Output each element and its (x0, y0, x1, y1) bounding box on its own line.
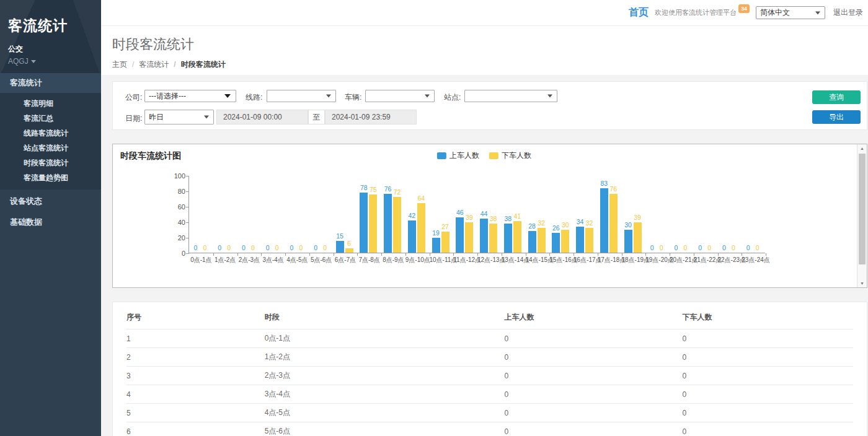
chart-category-group: 00 (237, 175, 262, 253)
chart-category-group: 3039 (622, 175, 646, 253)
chart-category-group: 1927 (430, 175, 454, 253)
sidebar-logo-area: 客流统计 公交 AQGJ (0, 0, 101, 73)
search-button[interactable]: 查询 (812, 90, 861, 104)
table-row: 21点-2点00 (126, 348, 853, 367)
bar-alighting-value-label: 76 (605, 185, 621, 193)
date-to-input[interactable]: 2024-01-09 23:59 (325, 110, 417, 124)
table-cell: 0 (504, 348, 682, 367)
account-dropdown[interactable]: AQGJ (8, 57, 101, 66)
y-axis-label: 80 (164, 188, 185, 195)
scrollbar-down-icon[interactable]: ▼ (857, 281, 867, 286)
bar-alighting-value-label: 0 (269, 244, 285, 251)
chart-category-group: 00 (285, 175, 309, 253)
x-axis-label: 1点-2点 (213, 256, 237, 264)
x-axis-label: 15点-16点 (549, 256, 574, 264)
line-select[interactable] (267, 90, 336, 102)
table-cell: 0 (683, 404, 853, 422)
x-axis-label: 8点-9点 (381, 256, 405, 264)
bar-alighting-value-label: 0 (293, 244, 309, 251)
table-cell: 0 (683, 422, 853, 436)
caret-down-icon (224, 94, 231, 98)
table-cell: 0 (683, 367, 853, 385)
language-select[interactable]: 简体中文 (756, 6, 825, 19)
bar-alighting (393, 197, 401, 253)
chart-plot: 020406080100000点-1点001点-2点002点-3点003点-4点… (188, 176, 765, 253)
company-select[interactable]: ---请选择--- (144, 90, 236, 102)
app-title: 客流统计 (8, 16, 101, 35)
y-axis-tick (186, 253, 189, 254)
bar-alighting (369, 194, 377, 253)
bar-alighting-value-label: 32 (582, 219, 598, 227)
bar-alighting (513, 221, 521, 253)
notification-badge: 34 (738, 4, 750, 13)
station-label: 站点: (444, 92, 461, 103)
bar-boarding (600, 188, 608, 253)
breadcrumb-section[interactable]: 客流统计 (127, 60, 169, 69)
bar-alighting-value-label: 0 (653, 244, 670, 251)
x-axis-label: 11点-12点 (453, 256, 477, 264)
bar-alighting (489, 224, 497, 253)
bar-boarding (504, 224, 512, 253)
bar-boarding (480, 219, 488, 253)
x-axis-label: 22点-23点 (718, 256, 742, 264)
legend-swatch-boarding (437, 152, 446, 159)
x-axis-label: 16点-17点 (574, 256, 598, 264)
sidebar-subitem-客流明细[interactable]: 客流明细 (0, 96, 101, 111)
scrollbar-up-icon[interactable]: ▲ (857, 146, 867, 150)
legend-item-boarding[interactable]: 上车人数 (437, 150, 479, 161)
bar-alighting (417, 203, 425, 253)
content-area: 公司: ---请选择--- 线路: 车辆: 站点: 日期: 昨日 (101, 75, 868, 436)
date-preset-select[interactable]: 昨日 (144, 110, 214, 124)
chart-category-group: 00 (670, 175, 694, 253)
bar-alighting-value-label: 75 (365, 186, 381, 193)
bar-boarding (456, 217, 464, 253)
table-cell: 0 (683, 329, 853, 348)
date-from-input[interactable]: 2024-01-09 00:00 (216, 110, 308, 124)
scrollbar-thumb[interactable] (859, 154, 866, 264)
table-row: 54点-5点00 (126, 404, 853, 422)
bar-alighting-value-label: 32 (533, 219, 549, 227)
x-axis-label: 10点-11点 (430, 256, 454, 264)
chart-category-group: 156 (334, 175, 358, 253)
breadcrumb-home[interactable]: 主页 (112, 60, 127, 69)
legend-item-alighting[interactable]: 下车人数 (489, 150, 531, 161)
x-axis-label: 7点-8点 (357, 256, 381, 264)
chart-category-group: 8376 (598, 175, 622, 253)
bar-alighting-value-label: 0 (317, 244, 333, 251)
table-header-序号: 序号 (126, 308, 265, 329)
chart-category-group: 00 (742, 175, 766, 253)
x-axis-label: 14点-15点 (526, 256, 550, 264)
x-axis-label: 3点-4点 (261, 256, 285, 264)
export-button[interactable]: 导出 (812, 110, 861, 124)
x-axis-label: 6点-7点 (334, 256, 358, 264)
x-axis-label: 19点-20点 (645, 256, 670, 264)
table-cell: 0 (504, 385, 682, 404)
sidebar-subitem-时段客流统计[interactable]: 时段客流统计 (0, 155, 101, 170)
bar-alighting-value-label: 38 (485, 215, 502, 222)
sidebar-item-基础数据[interactable]: 基础数据 (0, 212, 101, 233)
y-axis-label: 40 (164, 219, 185, 226)
home-link[interactable]: 首页 (629, 6, 649, 19)
caret-down-icon (31, 60, 36, 63)
chart-scrollbar[interactable]: ▲ ▼ (857, 144, 867, 287)
chevron-down-icon (425, 95, 430, 98)
table-header-下车人数: 下车人数 (683, 308, 853, 329)
sidebar-subitem-客流汇总[interactable]: 客流汇总 (0, 111, 101, 126)
chart-category-group: 2630 (549, 175, 574, 253)
breadcrumb-current: 时段客流统计 (169, 60, 225, 69)
sidebar-subitem-站点客流统计[interactable]: 站点客流统计 (0, 141, 101, 155)
table-cell: 0 (504, 367, 682, 385)
sidebar-item-设备状态[interactable]: 设备状态 (0, 191, 101, 212)
y-axis-label: 0 (164, 250, 185, 257)
sidebar-subitem-客流量趋势图[interactable]: 客流量趋势图 (0, 170, 101, 185)
x-axis-label: 2点-3点 (237, 256, 262, 264)
logout-link[interactable]: 退出登录 (833, 7, 863, 18)
sidebar-item-客流统计[interactable]: 客流统计 (0, 73, 101, 93)
sidebar-subitem-线路客流统计[interactable]: 线路客流统计 (0, 126, 101, 141)
bar-boarding-value-label: 15 (332, 232, 348, 240)
sidebar-menu: 客流统计客流明细客流汇总线路客流统计站点客流统计时段客流统计客流量趋势图设备状态… (0, 73, 101, 233)
vehicle-select[interactable] (365, 90, 435, 102)
breadcrumb: 主页客流统计时段客流统计 (112, 59, 868, 70)
bar-alighting-value-label: 0 (197, 244, 213, 251)
station-select[interactable] (464, 90, 557, 102)
